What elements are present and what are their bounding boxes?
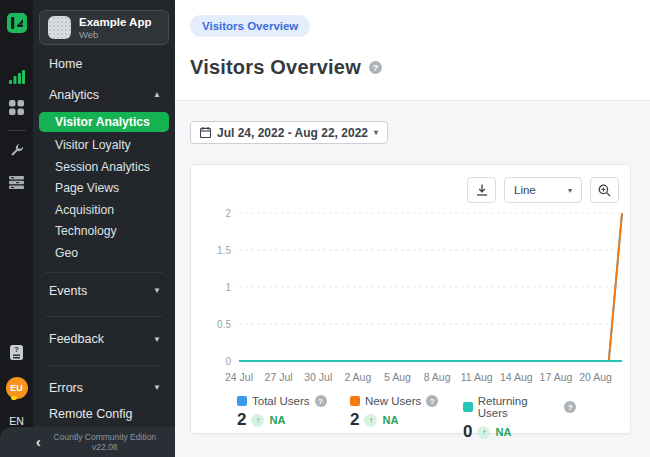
analytics-bars-icon[interactable] bbox=[6, 66, 28, 88]
sidebar-item-visitor-analytics[interactable]: Visitor Analytics bbox=[39, 112, 169, 133]
icon-rail: ? EU EN bbox=[0, 0, 33, 457]
avatar-initials: EU bbox=[10, 383, 23, 393]
sidebar-menu: Example App Web Home Analytics ▲ Visitor… bbox=[33, 0, 175, 457]
sidebar-bottom-bar: ‹ Countly Community Edition v22.08 bbox=[0, 427, 175, 457]
menu-label: Errors bbox=[49, 381, 83, 395]
svg-text:1: 1 bbox=[225, 282, 231, 293]
trend-label: NA bbox=[269, 414, 285, 426]
legend-returning-users[interactable]: Returning Users ? 0 ↑ NA bbox=[463, 395, 576, 442]
sidebar-section-feedback[interactable]: Feedback ▼ bbox=[33, 325, 175, 353]
apps-grid-icon[interactable] bbox=[6, 96, 28, 118]
help-center-icon[interactable]: ? bbox=[6, 341, 28, 363]
menu-label: Acquisition bbox=[55, 203, 114, 217]
sidebar-item-remote-config[interactable]: Remote Config bbox=[33, 401, 175, 427]
caret-down-icon: ▾ bbox=[374, 128, 378, 137]
calendar-icon bbox=[200, 127, 211, 138]
chart-area[interactable]: 00.511.5224 Jul27 Jul30 Jul2 Aug5 Aug8 A… bbox=[193, 205, 630, 395]
countly-logo-icon[interactable] bbox=[6, 12, 28, 34]
svg-text:8 Aug: 8 Aug bbox=[424, 371, 451, 383]
svg-text:20 Aug: 20 Aug bbox=[579, 371, 612, 383]
series-value: 0 bbox=[463, 422, 472, 442]
chart-type-value: Line bbox=[514, 184, 536, 196]
help-icon[interactable]: ? bbox=[315, 395, 327, 407]
menu-label: Visitor Analytics bbox=[55, 115, 150, 129]
status-dot bbox=[11, 396, 17, 400]
data-manager-server-icon[interactable] bbox=[6, 171, 28, 193]
zoom-button[interactable] bbox=[590, 177, 619, 203]
svg-text:0: 0 bbox=[225, 356, 231, 367]
chart-toolbar: Line ▾ bbox=[467, 177, 619, 203]
help-icon[interactable]: ? bbox=[426, 395, 438, 407]
app-switcher[interactable]: Example App Web bbox=[39, 10, 169, 45]
svg-text:0.5: 0.5 bbox=[217, 319, 231, 330]
sidebar-section-errors[interactable]: Errors ▼ bbox=[33, 374, 175, 402]
version-label: Countly Community Edition v22.08 bbox=[41, 432, 175, 452]
menu-label: Visitor Loyalty bbox=[55, 138, 131, 152]
management-wrench-icon[interactable] bbox=[6, 139, 28, 161]
sidebar-item-geo[interactable]: Geo bbox=[33, 242, 175, 264]
magnifier-icon bbox=[598, 184, 611, 197]
menu-label: Analytics bbox=[49, 88, 99, 102]
svg-text:?: ? bbox=[14, 345, 19, 354]
sidebar-section-analytics[interactable]: Analytics ▲ bbox=[33, 81, 175, 109]
menu-divider bbox=[45, 365, 163, 366]
menu-label: Geo bbox=[55, 246, 78, 260]
menu-label: Feedback bbox=[49, 332, 104, 346]
trend-up-icon: ↑ bbox=[477, 426, 490, 439]
caret-down-icon: ▾ bbox=[568, 186, 572, 195]
app-name: Example App bbox=[79, 16, 151, 29]
series-swatch bbox=[463, 402, 473, 412]
sidebar-item-home[interactable]: Home bbox=[33, 51, 175, 77]
download-button[interactable] bbox=[467, 177, 496, 203]
sidebar-item-technology[interactable]: Technology bbox=[33, 221, 175, 243]
visitors-chart-card: Line ▾ 00.511.5224 Jul27 Jul30 Jul2 Aug5… bbox=[190, 164, 631, 434]
sidebar-item-page-views[interactable]: Page Views bbox=[33, 177, 175, 199]
app-placeholder-icon bbox=[48, 16, 71, 39]
menu-label: Technology bbox=[55, 224, 117, 238]
menu-label: Home bbox=[49, 57, 82, 71]
main-area: Visitors Overview Visitors Overview ? Ju… bbox=[175, 0, 650, 457]
language-selector[interactable]: EN bbox=[9, 415, 24, 427]
svg-text:17 Aug: 17 Aug bbox=[540, 371, 573, 383]
chevron-down-icon: ▼ bbox=[153, 286, 161, 295]
user-avatar[interactable]: EU bbox=[6, 377, 28, 399]
breadcrumb[interactable]: Visitors Overview bbox=[190, 15, 310, 37]
sidebar-item-acquisition[interactable]: Acquisition bbox=[33, 199, 175, 221]
sidebar-item-visitor-loyalty[interactable]: Visitor Loyalty bbox=[33, 134, 175, 156]
countly-app: ? EU EN Example App Web Home Analytics ▲… bbox=[0, 0, 650, 457]
menu-label: Remote Config bbox=[49, 407, 132, 421]
rail-divider bbox=[8, 130, 26, 131]
menu-label: Page Views bbox=[55, 181, 119, 195]
svg-text:2: 2 bbox=[225, 208, 231, 219]
svg-text:24 Jul: 24 Jul bbox=[225, 371, 253, 383]
series-swatch bbox=[350, 396, 360, 406]
legend-total-users[interactable]: Total Users ? 2 ↑ NA bbox=[237, 395, 350, 442]
help-icon[interactable]: ? bbox=[369, 61, 382, 74]
series-value: 2 bbox=[350, 410, 359, 430]
trend-up-icon: ↑ bbox=[251, 414, 264, 427]
app-platform: Web bbox=[79, 29, 151, 40]
svg-text:1.5: 1.5 bbox=[217, 245, 231, 256]
series-label: New Users bbox=[365, 395, 421, 407]
svg-text:27 Jul: 27 Jul bbox=[265, 371, 293, 383]
download-icon bbox=[476, 184, 488, 196]
svg-text:2 Aug: 2 Aug bbox=[344, 371, 371, 383]
series-label: Returning Users bbox=[478, 395, 559, 419]
sidebar-section-events[interactable]: Events ▼ bbox=[33, 277, 175, 305]
menu-label: Events bbox=[49, 284, 87, 298]
series-label: Total Users bbox=[252, 395, 310, 407]
date-range-picker[interactable]: Jul 24, 2022 - Aug 22, 2022 ▾ bbox=[190, 121, 388, 144]
sidebar-item-session-analytics[interactable]: Session Analytics bbox=[33, 156, 175, 178]
menu-label: Session Analytics bbox=[55, 160, 150, 174]
page-content: Jul 24, 2022 - Aug 22, 2022 ▾ Line ▾ bbox=[175, 101, 650, 434]
help-icon[interactable]: ? bbox=[564, 401, 576, 413]
trend-up-icon: ↑ bbox=[364, 414, 377, 427]
chart-legend: Total Users ? 2 ↑ NA New Users bbox=[237, 395, 576, 442]
visitors-line-chart: 00.511.5224 Jul27 Jul30 Jul2 Aug5 Aug8 A… bbox=[193, 205, 630, 391]
menu-divider bbox=[45, 272, 163, 273]
legend-new-users[interactable]: New Users ? 2 ↑ NA bbox=[350, 395, 463, 442]
trend-label: NA bbox=[382, 414, 398, 426]
page-header: Visitors Overview Visitors Overview ? bbox=[175, 0, 650, 101]
chevron-up-icon: ▲ bbox=[153, 90, 161, 99]
chart-type-select[interactable]: Line ▾ bbox=[504, 177, 582, 203]
